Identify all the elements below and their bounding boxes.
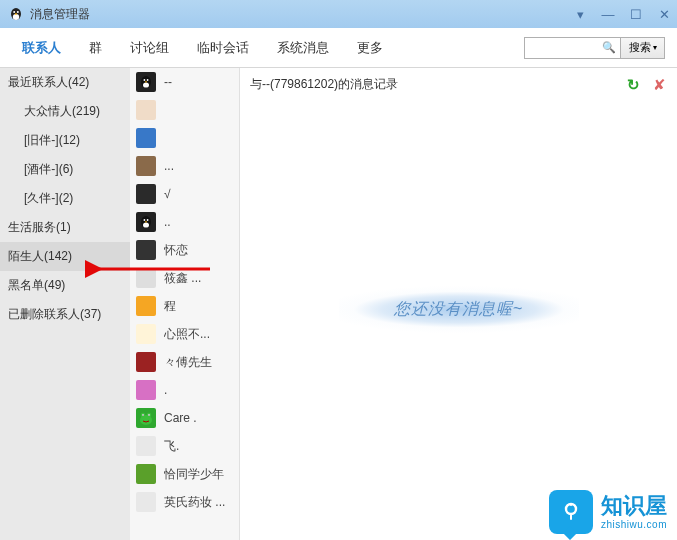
delete-icon[interactable]: ✘ (651, 77, 667, 93)
app-icon (8, 6, 24, 22)
close-icon[interactable]: ✕ (657, 7, 671, 21)
svg-point-25 (570, 503, 573, 506)
avatar (136, 184, 156, 204)
tab-discuss[interactable]: 讨论组 (128, 35, 171, 61)
contact-item[interactable]: 心照不... (130, 320, 239, 348)
avatar (136, 408, 156, 428)
avatar (136, 240, 156, 260)
svg-point-20 (143, 415, 144, 416)
contact-item[interactable] (130, 124, 239, 152)
toolbar-tabs: 联系人 群 讨论组 临时会话 系统消息 更多 (20, 35, 385, 61)
avatar (136, 212, 156, 232)
contact-name: -- (164, 75, 172, 89)
avatar (136, 156, 156, 176)
cat-recent[interactable]: 最近联系人(42) (0, 68, 130, 97)
watermark-cn: 知识屋 (601, 493, 667, 519)
contact-item[interactable]: 程 (130, 292, 239, 320)
watermark-py: zhishiwu.com (601, 519, 667, 531)
watermark-text: 知识屋 zhishiwu.com (601, 493, 667, 531)
avatar (136, 324, 156, 344)
avatar (136, 492, 156, 512)
contact-item[interactable]: 筱鑫 ... (130, 264, 239, 292)
svg-point-2 (13, 11, 15, 13)
contact-name: Care . (164, 411, 197, 425)
toolbar: 联系人 群 讨论组 临时会话 系统消息 更多 🔍 搜索 ▾ (0, 28, 677, 68)
svg-point-1 (13, 14, 19, 20)
contact-item[interactable]: 怀恋 (130, 236, 239, 264)
svg-point-7 (144, 79, 146, 81)
contact-name: 筱鑫 ... (164, 270, 201, 287)
cat-sub-1[interactable]: 大众情人(219) (0, 97, 130, 126)
dropdown-icon[interactable]: ▾ (573, 7, 587, 21)
contact-name: 心照不... (164, 326, 210, 343)
avatar (136, 352, 156, 372)
window-title: 消息管理器 (30, 6, 90, 23)
window-controls: ▾ — ☐ ✕ (573, 0, 671, 28)
avatar (136, 100, 156, 120)
cat-sub-4[interactable]: [久伴-](2) (0, 184, 130, 213)
svg-point-12 (144, 219, 146, 221)
svg-point-6 (143, 82, 149, 87)
contact-item[interactable]: √ (130, 180, 239, 208)
contact-item[interactable]: ... (130, 152, 239, 180)
contact-item[interactable]: 飞. (130, 432, 239, 460)
avatar (136, 128, 156, 148)
watermark: 知识屋 zhishiwu.com (549, 490, 667, 534)
tab-temp[interactable]: 临时会话 (195, 35, 251, 61)
chat-header: 与--(779861202)的消息记录 ↻ ✘ (240, 68, 677, 101)
tab-more[interactable]: 更多 (355, 35, 385, 61)
svg-rect-24 (570, 514, 572, 520)
search-box: 🔍 搜索 ▾ (524, 37, 665, 59)
svg-point-13 (147, 219, 149, 221)
chat-actions: ↻ ✘ (625, 77, 667, 93)
contact-item[interactable]: 英氏药妆 ... (130, 488, 239, 516)
contact-name: 怀恋 (164, 242, 188, 259)
chat-panel: 与--(779861202)的消息记录 ↻ ✘ 您还没有消息喔~ (240, 68, 677, 540)
svg-point-3 (17, 11, 19, 13)
contact-item[interactable] (130, 96, 239, 124)
avatar (136, 436, 156, 456)
contact-name: 々傅先生 (164, 354, 212, 371)
contact-item[interactable]: . (130, 376, 239, 404)
empty-state: 您还没有消息喔~ (339, 282, 579, 337)
cat-blacklist[interactable]: 黑名单(49) (0, 271, 130, 300)
avatar (136, 296, 156, 316)
contact-item[interactable]: 々傅先生 (130, 348, 239, 376)
empty-text: 您还没有消息喔~ (394, 299, 523, 320)
avatar (136, 464, 156, 484)
tab-contacts[interactable]: 联系人 (20, 35, 63, 61)
cat-deleted[interactable]: 已删除联系人(37) (0, 300, 130, 329)
tab-groups[interactable]: 群 (87, 35, 104, 61)
contact-item[interactable]: Care . (130, 404, 239, 432)
empty-brush: 您还没有消息喔~ (339, 282, 579, 337)
cat-sub-3[interactable]: [酒伴-](6) (0, 155, 130, 184)
cat-sub-2[interactable]: [旧伴-](12) (0, 126, 130, 155)
svg-point-9 (145, 81, 147, 82)
contact-item[interactable]: -- (130, 68, 239, 96)
search-button[interactable]: 搜索 ▾ (620, 38, 664, 58)
cat-strangers[interactable]: 陌生人(142) (0, 242, 130, 271)
search-input[interactable] (525, 38, 620, 58)
maximize-icon[interactable]: ☐ (629, 7, 643, 21)
minimize-icon[interactable]: — (601, 7, 615, 21)
svg-point-8 (147, 79, 149, 81)
contact-name: .. (164, 215, 171, 229)
svg-point-14 (145, 221, 147, 222)
chat-title: 与--(779861202)的消息记录 (250, 76, 398, 93)
svg-point-21 (149, 415, 150, 416)
avatar (136, 268, 156, 288)
contact-list: --...√..怀恋筱鑫 ...程心照不...々傅先生.Care .飞.恰同学少… (130, 68, 240, 540)
contact-name: 飞. (164, 438, 179, 455)
contact-name: 恰同学少年 (164, 466, 224, 483)
contact-name: 英氏药妆 ... (164, 494, 225, 511)
refresh-icon[interactable]: ↻ (625, 77, 641, 93)
avatar (136, 72, 156, 92)
contact-name: . (164, 383, 167, 397)
titlebar: 消息管理器 ▾ — ☐ ✕ (0, 0, 677, 28)
tab-system[interactable]: 系统消息 (275, 35, 331, 61)
contact-item[interactable]: .. (130, 208, 239, 236)
contact-item[interactable]: 恰同学少年 (130, 460, 239, 488)
main: 最近联系人(42) 大众情人(219) [旧伴-](12) [酒伴-](6) [… (0, 68, 677, 540)
avatar (136, 380, 156, 400)
cat-service[interactable]: 生活服务(1) (0, 213, 130, 242)
